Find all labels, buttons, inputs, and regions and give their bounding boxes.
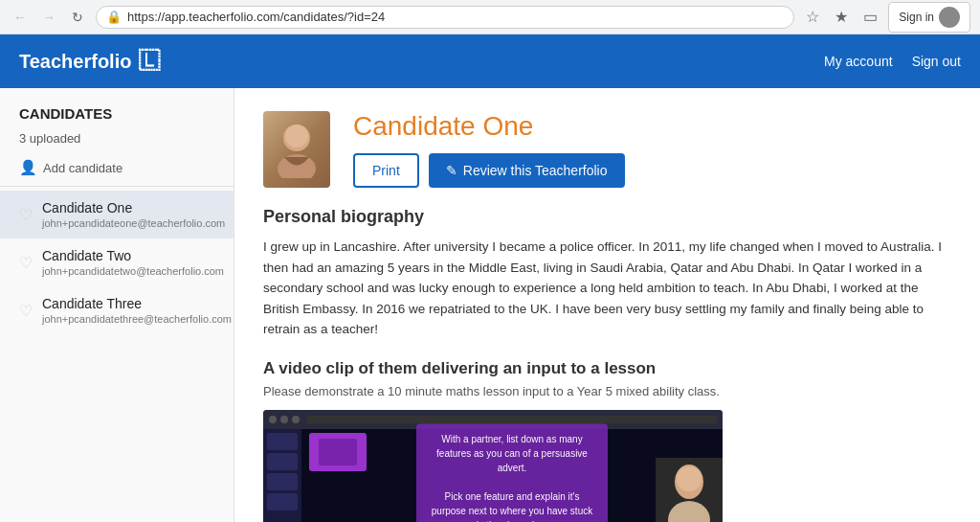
- heart-icon-three: ♡: [19, 302, 33, 320]
- review-label: Review this Teacherfolio: [463, 163, 608, 178]
- candidate-actions: Print ✎ Review this Teacherfolio: [353, 153, 951, 188]
- header-nav: My account Sign out: [824, 54, 961, 69]
- toolbar-dot-1: [269, 416, 277, 423]
- video-main: With a partner, list down as many featur…: [301, 429, 723, 522]
- candidate-name-one: Candidate One: [42, 200, 225, 216]
- toolbar-dot-3: [292, 416, 300, 423]
- candidate-item-three[interactable]: ♡ Candidate Three john+pcandidatethree@t…: [0, 286, 234, 334]
- lock-icon: 🔒: [106, 10, 122, 24]
- candidate-main-name: Candidate One: [353, 111, 951, 142]
- sign-out-link[interactable]: Sign out: [912, 54, 961, 69]
- video-overlay-text: With a partner, list down as many featur…: [416, 423, 608, 522]
- url-text: https://app.teacherfolio.com/candidates/…: [127, 10, 385, 24]
- my-account-link[interactable]: My account: [824, 54, 893, 69]
- add-person-icon: 👤: [19, 159, 37, 176]
- video-section-title: A video clip of them delivering an input…: [263, 359, 951, 378]
- forward-button[interactable]: →: [38, 7, 59, 28]
- sidebar-divider: [0, 186, 234, 187]
- app-logo: Teacherfolio 🇱: [19, 49, 160, 74]
- biography-text: I grew up in Lancashire. After universit…: [263, 237, 951, 340]
- candidate-title-area: Candidate One Print ✎ Review this Teache…: [353, 111, 951, 188]
- add-candidate-label: Add candidate: [43, 161, 122, 175]
- video-overlay-line1: With a partner, list down as many featur…: [436, 433, 588, 472]
- candidate-email-two: john+pcandidatetwo@teacherfolio.com: [42, 265, 224, 277]
- app-header: Teacherfolio 🇱 My account Sign out: [0, 34, 980, 88]
- candidate-info-three: Candidate Three john+pcandidatethree@tea…: [42, 296, 232, 325]
- browser-chrome: ← → ↻ 🔒 https://app.teacherfolio.com/can…: [0, 0, 980, 34]
- strip-item-1: [267, 433, 298, 450]
- candidate-name-two: Candidate Two: [42, 248, 224, 263]
- candidate-info-one: Candidate One john+pcandidateone@teacher…: [42, 200, 225, 229]
- main-layout: CANDIDATES 3 uploaded 👤 Add candidate ♡ …: [0, 88, 980, 522]
- strip-item-3: [267, 473, 298, 490]
- video-body: With a partner, list down as many featur…: [263, 429, 723, 522]
- candidate-item-one[interactable]: ♡ Candidate One john+pcandidateone@teach…: [0, 191, 234, 238]
- svg-point-6: [677, 466, 702, 491]
- video-sidebar-strip: [263, 429, 301, 522]
- bookmark-star-button[interactable]: ☆: [802, 7, 823, 28]
- bird-icon: 🇱: [139, 49, 160, 74]
- candidate-header: Candidate One Print ✎ Review this Teache…: [263, 111, 951, 188]
- biography-title: Personal biography: [263, 207, 951, 227]
- candidate-name-three: Candidate Three: [42, 296, 232, 311]
- toolbar-dot-2: [280, 416, 288, 423]
- strip-item-2: [267, 453, 298, 470]
- print-button[interactable]: Print: [353, 153, 419, 188]
- video-subtitle: Please demonstrate a 10 minute maths les…: [263, 384, 951, 398]
- video-person-thumbnail: [656, 458, 723, 522]
- sidebar-title: CANDIDATES: [0, 88, 234, 127]
- sidebar: CANDIDATES 3 uploaded 👤 Add candidate ♡ …: [0, 88, 234, 522]
- strip-item-4: [267, 493, 298, 511]
- bookmark-button[interactable]: ★: [831, 7, 852, 28]
- video-overlay-line2: Pick one feature and explain it's purpos…: [432, 490, 592, 522]
- heart-icon-two: ♡: [19, 254, 33, 272]
- candidate-item-two[interactable]: ♡ Candidate Two john+pcandidatetwo@teach…: [0, 238, 234, 286]
- candidate-photo: [263, 111, 330, 188]
- pencil-icon: ✎: [446, 163, 457, 178]
- cast-button[interactable]: ▭: [859, 7, 880, 28]
- video-inner: With a partner, list down as many featur…: [263, 410, 723, 522]
- review-button[interactable]: ✎ Review this Teacherfolio: [429, 153, 625, 188]
- candidate-photo-placeholder: [263, 111, 330, 188]
- sign-in-label: Sign in: [899, 11, 934, 24]
- back-button[interactable]: ←: [10, 7, 31, 28]
- svg-point-2: [285, 125, 308, 148]
- sidebar-count: 3 uploaded: [0, 127, 234, 153]
- candidate-info-two: Candidate Two john+pcandidatetwo@teacher…: [42, 248, 224, 277]
- candidate-email-one: john+pcandidateone@teacherfolio.com: [42, 217, 225, 229]
- slide-thumbnail: [309, 433, 367, 471]
- video-player[interactable]: With a partner, list down as many featur…: [263, 410, 723, 522]
- url-bar[interactable]: 🔒 https://app.teacherfolio.com/candidate…: [96, 6, 794, 29]
- browser-actions: ☆ ★ ▭ Sign in: [802, 2, 970, 33]
- refresh-button[interactable]: ↻: [67, 7, 88, 28]
- main-content: Candidate One Print ✎ Review this Teache…: [234, 88, 980, 522]
- logo-text: Teacherfolio: [19, 51, 131, 73]
- heart-icon-one: ♡: [19, 206, 33, 224]
- sign-in-button[interactable]: Sign in: [888, 2, 970, 33]
- add-candidate-button[interactable]: 👤 Add candidate: [0, 153, 234, 182]
- candidate-email-three: john+pcandidatethree@teacherfolio.com: [42, 313, 232, 325]
- user-avatar: [939, 7, 960, 28]
